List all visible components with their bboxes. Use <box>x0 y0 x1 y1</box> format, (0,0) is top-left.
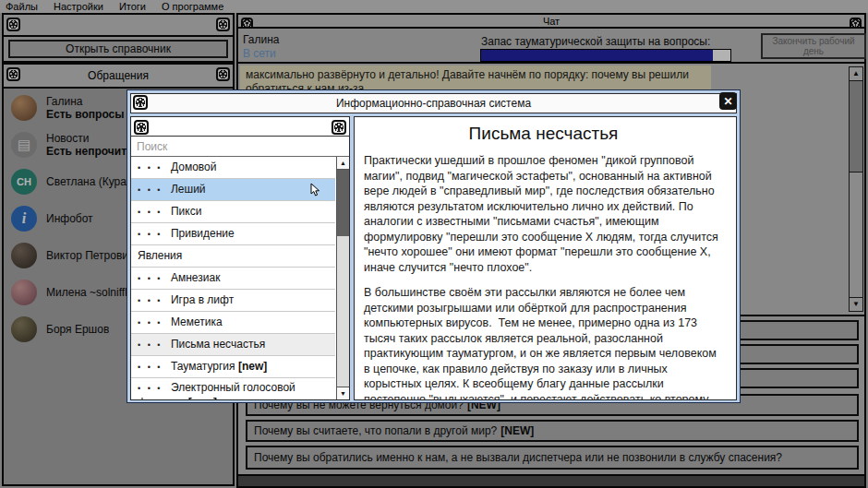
bullet-marks: • • • <box>138 384 167 393</box>
topic-item[interactable]: • • • Электронный голосовой феномен [new… <box>131 378 335 399</box>
topics-list: • • • Домовой• • • Леший• • • Пикси• • •… <box>131 157 349 399</box>
scrollbar-thumb[interactable] <box>337 170 349 236</box>
topic-label: Привидение <box>171 227 235 240</box>
reference-system-modal: Информационно-справочная система ✕ • • •… <box>127 89 741 403</box>
app-window: ФайлыНастройкиИтогиО программе Открыть с… <box>0 0 868 488</box>
topic-label: Домовой <box>171 161 216 173</box>
bullet-marks: • • • <box>138 230 167 239</box>
topic-item[interactable]: • • • Пикси <box>131 201 335 223</box>
topic-label: Тауматургия <box>171 360 235 373</box>
article-paragraph: Практически ушедший в прошлое феномен "д… <box>364 153 723 275</box>
topic-label: Письма несчастья <box>171 338 265 351</box>
topics-scrollbar[interactable]: ▲ ▼ <box>336 157 349 399</box>
bullet-marks: • • • <box>138 296 167 305</box>
modal-title: Информационно-справочная система <box>336 97 531 110</box>
search-input[interactable] <box>131 137 349 157</box>
bullet-marks: • • • <box>138 274 167 283</box>
modal-titlebar[interactable]: Информационно-справочная система ✕ <box>130 93 737 113</box>
scroll-down-icon[interactable]: ▼ <box>337 387 349 399</box>
close-icon[interactable]: ✕ <box>719 92 737 110</box>
topic-label: Игра в лифт <box>171 293 234 306</box>
gear-icon <box>133 95 148 110</box>
topic-item[interactable]: • • • Игра в лифт <box>131 290 335 312</box>
bullet-marks: • • • <box>138 363 167 372</box>
topic-label: Явления <box>138 249 182 262</box>
topic-item[interactable]: • • • Леший <box>131 179 335 201</box>
topic-item[interactable]: • • • Домовой <box>131 157 335 179</box>
bullet-marks: • • • <box>138 163 167 173</box>
new-badge: [new] <box>235 360 268 373</box>
article-panel: Письма несчастья Практически ушедший в п… <box>354 116 737 400</box>
bullet-marks: • • • <box>138 208 167 217</box>
topics-panel-bar <box>131 117 349 137</box>
topic-label: Пикси <box>171 205 201 218</box>
topic-category[interactable]: Явления <box>131 245 335 268</box>
bullet-marks: • • • <box>138 340 167 350</box>
topic-item[interactable]: • • • Меметика <box>131 312 335 334</box>
article-title: Письма несчастья <box>364 124 723 144</box>
gear-icon <box>332 120 346 135</box>
topic-item[interactable]: • • • Письма несчастья <box>131 334 335 356</box>
topic-label: Меметика <box>171 315 223 328</box>
gear-icon <box>134 120 149 135</box>
topic-label: Амнезиак <box>171 271 220 284</box>
bullet-marks: • • • <box>138 318 167 327</box>
topics-panel: • • • Домовой• • • Леший• • • Пикси• • •… <box>130 116 350 400</box>
mouse-cursor-icon <box>310 183 320 201</box>
bullet-marks: • • • <box>138 185 167 195</box>
article-paragraph: В большинстве своём эти рассылки являютс… <box>364 285 723 400</box>
new-badge: [new] <box>185 396 217 399</box>
topic-item[interactable]: • • • Тауматургия [new] <box>131 356 335 378</box>
topic-item[interactable]: • • • Привидение <box>131 223 335 245</box>
scroll-up-icon[interactable]: ▲ <box>337 157 349 170</box>
topic-item[interactable]: • • • Амнезиак <box>131 268 335 290</box>
topic-label: Леший <box>171 183 206 196</box>
